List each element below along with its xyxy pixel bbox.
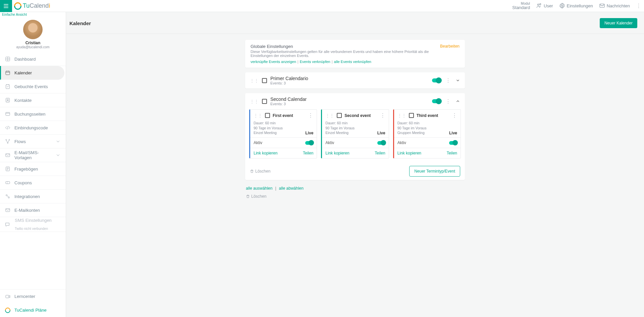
event-checkbox[interactable] xyxy=(409,113,414,118)
module-indicator[interactable]: Modul Standard xyxy=(512,2,530,10)
svg-rect-6 xyxy=(600,4,604,8)
calendar-name: Primer Calendario xyxy=(270,76,308,81)
event-checkbox[interactable] xyxy=(265,113,270,118)
drag-handle-icon[interactable]: ⋮⋮ xyxy=(325,113,334,118)
link-link-all[interactable]: alle Events verknüpfen xyxy=(334,60,371,64)
calendar-checkbox[interactable] xyxy=(262,78,267,83)
sidebar-item-embed[interactable]: Einbindungscode xyxy=(0,121,66,135)
calendar-row-1: ⋮⋮ Primer Calendario Events: 3 ⋮ xyxy=(245,72,465,88)
sidebar-item-flows[interactable]: Flows xyxy=(0,135,66,148)
svg-point-19 xyxy=(6,139,7,140)
sidebar-item-surveys[interactable]: Fragebögen xyxy=(0,162,66,176)
more-menu[interactable]: ⋮ xyxy=(636,3,641,9)
calendar-more-menu[interactable]: ⋮ xyxy=(445,98,451,105)
sidebar-item-plans[interactable]: TuCalendi Pläne xyxy=(0,303,66,317)
calendar-icon xyxy=(5,70,10,75)
contacts-icon xyxy=(5,98,10,103)
new-event-button[interactable]: Neuer Termintyp/Event xyxy=(409,166,460,177)
select-all-link[interactable]: alle auswählen xyxy=(246,186,272,191)
svg-point-5 xyxy=(561,5,563,7)
event-active-toggle[interactable] xyxy=(377,141,385,145)
sidebar-item-coupons[interactable]: Coupons xyxy=(0,176,66,190)
event-active-toggle[interactable] xyxy=(449,141,457,145)
app-header: TuCalendi Modul Standard User Einstellun… xyxy=(0,0,644,12)
delete-selected-link[interactable]: Löschen xyxy=(245,192,465,201)
chevron-down-icon xyxy=(55,152,61,158)
page-icon xyxy=(5,111,10,117)
calendar-toggle[interactable] xyxy=(432,99,441,103)
event-card: ⋮⋮Third event⋮ Dauer: 60 min90 Tage im V… xyxy=(393,109,461,158)
sidebar-item-sms[interactable]: SMS Einstellungen Twilio nicht verbunden xyxy=(0,217,66,232)
link-link-events[interactable]: Events verknüpfen xyxy=(300,60,330,64)
event-active-label: Aktiv xyxy=(397,140,406,145)
copy-link[interactable]: Link kopieren xyxy=(397,151,421,155)
drag-handle-icon[interactable]: ⋮⋮ xyxy=(250,99,259,104)
calendar-toggle[interactable] xyxy=(432,78,441,82)
copy-link[interactable]: Link kopieren xyxy=(254,151,277,155)
chevron-up-icon[interactable] xyxy=(455,99,460,104)
svg-rect-10 xyxy=(6,71,10,75)
share-link[interactable]: Teilen xyxy=(303,151,313,155)
event-checkbox[interactable] xyxy=(337,113,342,118)
selection-row: alle auswählen|alle abwählen xyxy=(245,185,465,192)
user-menu[interactable]: User xyxy=(536,3,553,9)
svg-point-20 xyxy=(9,139,10,140)
profile-name: Cristian xyxy=(0,41,66,45)
sidebar-item-bookingpages[interactable]: Buchungsseiten xyxy=(0,107,66,121)
drag-handle-icon[interactable]: ⋮⋮ xyxy=(254,113,262,118)
sidebar: Einfache Ansicht Cristian ayuda@tucalend… xyxy=(0,12,66,317)
event-more-menu[interactable]: ⋮ xyxy=(308,112,313,119)
calendar-name: Second Calendar xyxy=(270,97,307,102)
sidebar-item-mailaccounts[interactable]: E-Mailkonten xyxy=(0,203,66,217)
new-calendar-button[interactable]: Neuer Kalender xyxy=(600,18,637,28)
share-link[interactable]: Teilen xyxy=(447,151,457,155)
sidebar-item-calendar[interactable]: Kalender xyxy=(0,66,64,80)
sms-icon xyxy=(5,222,10,227)
event-more-menu[interactable]: ⋮ xyxy=(452,112,457,119)
sidebar-item-booked[interactable]: Gebuchte Events xyxy=(0,80,66,93)
avatar[interactable] xyxy=(23,20,43,39)
mailaccount-icon xyxy=(5,207,10,213)
menu-toggle-button[interactable] xyxy=(0,0,12,12)
global-title: Globale Einstellungen xyxy=(251,44,440,49)
share-link[interactable]: Teilen xyxy=(375,151,385,155)
svg-point-16 xyxy=(7,99,8,101)
trash-icon xyxy=(246,194,250,198)
sidebar-item-templates[interactable]: E-Mail/SMS-Vorlagen xyxy=(0,148,66,162)
chevron-down-icon[interactable] xyxy=(455,78,460,83)
sidebar-item-dashboard[interactable]: Dashboard xyxy=(0,52,66,66)
mail-icon xyxy=(5,152,10,158)
drag-handle-icon[interactable]: ⋮⋮ xyxy=(250,78,259,83)
sidebar-item-contacts[interactable]: Kontakte xyxy=(0,93,66,107)
event-active-toggle[interactable] xyxy=(305,141,313,145)
page-title: Kalender xyxy=(69,20,91,26)
gear-icon xyxy=(559,3,565,9)
flows-icon xyxy=(5,139,10,144)
sidebar-item-integrations[interactable]: Integrationen xyxy=(0,190,66,203)
sidebar-item-learn[interactable]: Lerncenter xyxy=(0,290,66,303)
settings-menu[interactable]: Einstellungen xyxy=(559,3,593,9)
booked-icon xyxy=(5,84,10,89)
logo[interactable]: TuCalendi xyxy=(12,2,50,10)
event-live: Live xyxy=(377,130,385,136)
simple-view-toggle[interactable]: Einfache Ansicht xyxy=(0,12,66,18)
calendar-more-menu[interactable]: ⋮ xyxy=(445,77,451,84)
integrations-icon xyxy=(5,194,10,199)
link-show-linked[interactable]: verknüpfte Events anzeigen xyxy=(251,60,296,64)
calendar-row-2: ⋮⋮ Second Calendar Events: 3 ⋮ xyxy=(245,93,465,180)
deselect-all-link[interactable]: alle abwählen xyxy=(279,186,304,191)
svg-rect-31 xyxy=(6,208,10,211)
drag-handle-icon[interactable]: ⋮⋮ xyxy=(397,113,406,118)
svg-point-21 xyxy=(7,142,8,143)
dashboard-icon xyxy=(5,56,10,62)
event-more-menu[interactable]: ⋮ xyxy=(380,112,385,119)
svg-rect-32 xyxy=(6,295,9,298)
copy-link[interactable]: Link kopieren xyxy=(325,151,349,155)
event-card: ⋮⋮First event⋮ Dauer: 60 min90 Tage im V… xyxy=(249,109,317,158)
delete-calendar-link[interactable]: Löschen xyxy=(250,169,270,174)
calendar-checkbox[interactable] xyxy=(262,99,267,104)
messages-menu[interactable]: Nachrichten xyxy=(599,3,630,9)
code-icon xyxy=(5,125,10,130)
edit-global-link[interactable]: Bearbeiten xyxy=(440,44,460,49)
event-live: Live xyxy=(449,130,457,136)
